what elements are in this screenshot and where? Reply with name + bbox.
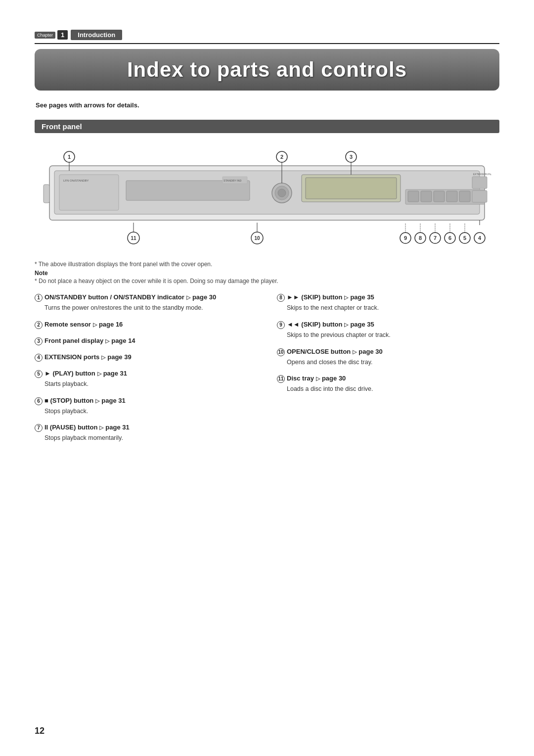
control-title-11: 11 Disc tray ▷ page 30 bbox=[277, 375, 499, 383]
control-title-5: 5 ► (PLAY) button ▷ page 31 bbox=[35, 370, 257, 378]
ctrl-label-8: ►► (SKIP) button bbox=[287, 293, 342, 301]
svg-text:9: 9 bbox=[404, 235, 407, 241]
arrow-1: ▷ bbox=[186, 294, 190, 301]
ctrl-num-5: 5 bbox=[35, 370, 43, 378]
ctrl-page-9: page 35 bbox=[350, 321, 374, 328]
ctrl-label-5: ► (PLAY) button bbox=[44, 370, 95, 377]
svg-text:8: 8 bbox=[419, 235, 422, 241]
control-title-7: 7 II (PAUSE) button ▷ page 31 bbox=[35, 424, 257, 432]
ctrl-label-7: II (PAUSE) button bbox=[44, 424, 97, 431]
ctrl-num-4: 4 bbox=[35, 354, 43, 362]
arrow-6: ▷ bbox=[95, 398, 99, 404]
arrow-2: ▷ bbox=[93, 322, 97, 328]
control-title-2: 2 Remote sensor ▷ page 16 bbox=[35, 321, 257, 329]
ctrl-num-8: 8 bbox=[277, 294, 285, 302]
controls-right-column: 8 ►► (SKIP) button ▷ page 35 Skips to th… bbox=[277, 293, 499, 451]
control-title-1: 1 ON/STANDBY button / ON/STANDBY indicat… bbox=[35, 293, 257, 302]
control-title-4: 4 EXTENSION ports ▷ page 39 bbox=[35, 353, 257, 362]
arrow-5: ▷ bbox=[97, 371, 101, 377]
svg-rect-19 bbox=[472, 190, 487, 202]
diagram-footnote: * The above illustration displays the fr… bbox=[35, 261, 499, 268]
svg-text:6: 6 bbox=[448, 235, 451, 241]
control-item-11: 11 Disc tray ▷ page 30 Loads a disc into… bbox=[277, 375, 499, 394]
arrow-3: ▷ bbox=[105, 338, 109, 344]
ctrl-desc-6: Stops playback. bbox=[44, 407, 257, 416]
control-item-8: 8 ►► (SKIP) button ▷ page 35 Skips to th… bbox=[277, 293, 499, 313]
ctrl-page-7: page 31 bbox=[105, 424, 129, 431]
arrow-7: ▷ bbox=[99, 425, 103, 431]
ctrl-num-2: 2 bbox=[35, 321, 43, 329]
ctrl-label-4: EXTENSION ports bbox=[44, 353, 99, 361]
ctrl-page-5: page 31 bbox=[103, 370, 127, 377]
page-title: Index to parts and controls bbox=[49, 58, 485, 82]
ctrl-page-6: page 31 bbox=[101, 397, 125, 404]
front-panel-header: Front panel bbox=[35, 120, 499, 133]
ctrl-num-1: 1 bbox=[35, 294, 43, 302]
arrow-4: ▷ bbox=[101, 354, 105, 361]
note-label: Note bbox=[35, 270, 499, 277]
arrow-11: ▷ bbox=[316, 376, 320, 382]
control-title-10: 10 OPEN/CLOSE button ▷ page 30 bbox=[277, 348, 499, 356]
svg-text:11: 11 bbox=[131, 236, 136, 241]
control-item-5: 5 ► (PLAY) button ▷ page 31 Starts playb… bbox=[35, 370, 257, 389]
ctrl-label-3: Front panel display bbox=[44, 337, 103, 344]
arrow-10: ▷ bbox=[353, 349, 356, 355]
control-item-6: 6 ■ (STOP) button ▷ page 31 Stops playba… bbox=[35, 397, 257, 416]
ctrl-desc-10: Opens and closes the disc tray. bbox=[287, 358, 499, 367]
svg-rect-17 bbox=[459, 191, 470, 202]
device-svg: LFN ON/STANDBY STANDBY IND bbox=[35, 141, 499, 255]
control-item-10: 10 OPEN/CLOSE button ▷ page 30 Opens and… bbox=[277, 348, 499, 367]
ctrl-page-4: page 39 bbox=[107, 353, 131, 361]
control-title-9: 9 ◄◄ (SKIP) button ▷ page 35 bbox=[277, 321, 499, 329]
page-container: Chapter 1 Introduction Index to parts an… bbox=[0, 0, 534, 756]
control-title-8: 8 ►► (SKIP) button ▷ page 35 bbox=[277, 293, 499, 302]
ctrl-num-9: 9 bbox=[277, 321, 285, 329]
control-item-4: 4 EXTENSION ports ▷ page 39 bbox=[35, 353, 257, 362]
svg-rect-14 bbox=[421, 191, 432, 202]
ctrl-desc-5: Starts playback. bbox=[44, 379, 257, 389]
control-title-6: 6 ■ (STOP) button ▷ page 31 bbox=[35, 397, 257, 405]
svg-rect-13 bbox=[408, 191, 419, 202]
note-text: * Do not place a heavy object on the cov… bbox=[35, 278, 499, 284]
ctrl-page-8: page 35 bbox=[350, 293, 374, 301]
svg-text:2: 2 bbox=[280, 154, 283, 160]
control-title-3: 3 Front panel display ▷ page 14 bbox=[35, 337, 257, 345]
svg-text:STANDBY IND: STANDBY IND bbox=[223, 179, 241, 182]
svg-text:4: 4 bbox=[478, 235, 482, 241]
svg-rect-54 bbox=[44, 185, 49, 203]
ctrl-page-1: page 30 bbox=[192, 293, 216, 301]
ctrl-label-1: ON/STANDBY button / ON/STANDBY indicator bbox=[44, 293, 184, 301]
ctrl-label-11: Disc tray bbox=[287, 375, 314, 382]
svg-text:EXTENSION Po.: EXTENSION Po. bbox=[473, 173, 492, 176]
ctrl-page-3: page 14 bbox=[111, 337, 135, 344]
ctrl-page-11: page 30 bbox=[322, 375, 346, 382]
ctrl-num-11: 11 bbox=[277, 375, 285, 383]
svg-text:5: 5 bbox=[463, 235, 466, 241]
control-item-7: 7 II (PAUSE) button ▷ page 31 Stops play… bbox=[35, 424, 257, 443]
ctrl-num-7: 7 bbox=[35, 424, 43, 432]
ctrl-page-2: page 16 bbox=[99, 321, 123, 328]
ctrl-desc-8: Skips to the next chapter or track. bbox=[287, 303, 499, 313]
svg-rect-18 bbox=[472, 177, 487, 189]
subtitle: See pages with arrows for details. bbox=[36, 101, 499, 109]
ctrl-desc-1: Turns the power on/restores the unit to … bbox=[44, 303, 257, 313]
main-title-banner: Index to parts and controls bbox=[35, 49, 499, 91]
svg-point-9 bbox=[278, 189, 286, 197]
ctrl-label-10: OPEN/CLOSE button bbox=[287, 348, 351, 355]
ctrl-desc-9: Skips to the previous chapter or track. bbox=[287, 331, 499, 340]
chapter-title: Introduction bbox=[71, 30, 122, 40]
ctrl-desc-7: Stops playback momentarily. bbox=[44, 433, 257, 443]
svg-text:LFN ON/STANDBY: LFN ON/STANDBY bbox=[63, 179, 89, 182]
control-item-9: 9 ◄◄ (SKIP) button ▷ page 35 Skips to th… bbox=[277, 321, 499, 340]
controls-left-column: 1 ON/STANDBY button / ON/STANDBY indicat… bbox=[35, 293, 257, 451]
svg-text:3: 3 bbox=[350, 154, 353, 160]
control-item-3: 3 Front panel display ▷ page 14 bbox=[35, 337, 257, 345]
chapter-header: Chapter 1 Introduction bbox=[35, 30, 499, 44]
ctrl-label-2: Remote sensor bbox=[44, 321, 91, 328]
svg-rect-11 bbox=[306, 178, 397, 199]
arrow-9: ▷ bbox=[344, 322, 348, 328]
ctrl-label-6: ■ (STOP) button bbox=[44, 397, 93, 404]
ctrl-desc-11: Loads a disc into the disc drive. bbox=[287, 384, 499, 394]
svg-text:7: 7 bbox=[434, 235, 437, 241]
control-item-2: 2 Remote sensor ▷ page 16 bbox=[35, 321, 257, 329]
